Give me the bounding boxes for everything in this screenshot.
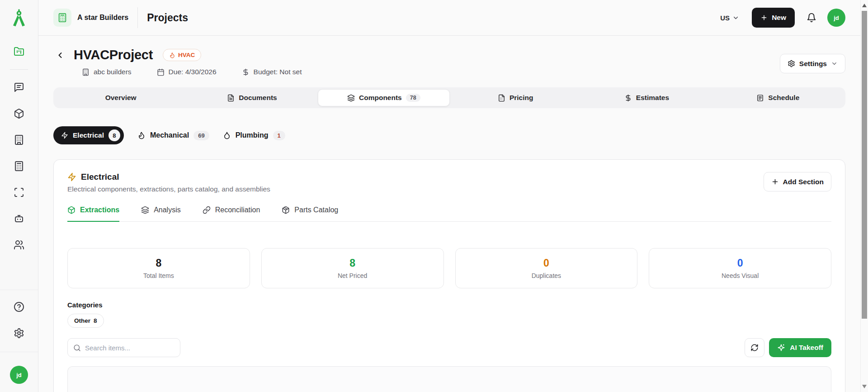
vertical-scrollbar[interactable]: [860, 0, 868, 392]
scrollbar-thumb[interactable]: [862, 11, 867, 319]
search-input[interactable]: [85, 344, 175, 352]
users-icon: [14, 239, 24, 250]
message-square-text-icon: [14, 82, 24, 93]
sidebar-item-settings[interactable]: [9, 324, 28, 343]
building-icon: [82, 68, 90, 76]
workspace-icon[interactable]: [53, 9, 71, 27]
company-label: abc builders: [94, 68, 132, 76]
stat-value: 8: [156, 257, 161, 269]
refresh-button[interactable]: [745, 338, 764, 357]
trade-tabs: Electrical 8 Mechanical 69 Plumbing 1: [53, 126, 845, 144]
electrical-section-card: Electrical Electrical components, extrac…: [53, 159, 845, 392]
topbar-divider: [137, 7, 138, 28]
stat-total-items: 8 Total Items: [67, 248, 250, 288]
tab-label: Estimates: [636, 94, 669, 102]
section-heading: Electrical Electrical components, extrac…: [67, 172, 270, 193]
receipt-icon: [498, 94, 505, 102]
stat-label: Net Priced: [338, 272, 367, 279]
workspace-name[interactable]: A star Builders: [77, 14, 128, 22]
stat-label: Total Items: [143, 272, 174, 279]
sidebar-item-company[interactable]: [9, 130, 28, 149]
sidebar-item-team[interactable]: [9, 235, 28, 254]
zap-icon: [61, 132, 68, 139]
notifications-button[interactable]: [807, 13, 816, 23]
back-button[interactable]: [53, 48, 67, 62]
project-budget: Budget: Not set: [242, 68, 302, 76]
trade-count-badge: 69: [193, 131, 209, 140]
trade-tab-electrical[interactable]: Electrical 8: [53, 126, 124, 144]
project-meta: abc builders Due: 4/30/2026 Budget: Not …: [82, 68, 845, 76]
topbar: A star Builders Projects US New jd: [38, 0, 860, 36]
stat-label: Needs Visual: [722, 272, 759, 279]
sidebar-item-projects[interactable]: [9, 42, 28, 61]
project-settings-button[interactable]: Settings: [780, 54, 845, 73]
sidebar-divider: [0, 290, 38, 290]
region-selector[interactable]: US: [720, 14, 739, 22]
droplet-icon: [223, 131, 231, 139]
category-pill-other[interactable]: Other 8: [67, 314, 104, 328]
trade-label: Plumbing: [236, 131, 269, 139]
sidebar-bottom: jd: [0, 290, 38, 392]
section-tabs: Extractions Analysis Reconciliation Part…: [67, 206, 831, 222]
ai-takeoff-label: AI Takeoff: [790, 344, 823, 352]
page-title: Projects: [147, 12, 188, 24]
search-icon: [73, 344, 81, 352]
link-icon: [203, 206, 211, 214]
help-circle-icon: [14, 301, 24, 312]
sidebar-item-help[interactable]: [9, 297, 28, 316]
plus-icon: [760, 14, 768, 21]
add-section-button[interactable]: Add Section: [764, 172, 831, 191]
tab-estimates[interactable]: Estimates: [581, 89, 712, 106]
drafting-compass-icon: [9, 8, 29, 28]
project-header: HVACProject HVAC abc builders Due: 4/30/…: [53, 48, 845, 76]
search-box: [67, 338, 180, 357]
tab-components[interactable]: Components 78: [318, 89, 450, 106]
sidebar-divider: [0, 352, 38, 352]
dollar-icon: [242, 68, 250, 76]
items-table: [67, 366, 831, 392]
trade-tab-mechanical[interactable]: Mechanical 69: [137, 131, 209, 140]
sidebar-item-chat[interactable]: [9, 78, 28, 97]
new-button-label: New: [772, 14, 786, 22]
calculator-icon: [14, 161, 24, 172]
stat-value: 8: [349, 257, 355, 269]
tab-reconciliation[interactable]: Reconciliation: [203, 206, 260, 222]
section-title: Electrical: [81, 172, 119, 182]
folder-kanban-icon: [14, 46, 24, 57]
calendar-icon: [157, 68, 165, 76]
sidebar-item-assistant[interactable]: [9, 209, 28, 228]
scrollbar-up-arrow[interactable]: [862, 4, 867, 7]
budget-label: Budget: Not set: [254, 68, 302, 76]
sidebar-item-components[interactable]: [9, 104, 28, 123]
file-text-icon: [227, 94, 235, 102]
layers-icon: [141, 206, 149, 214]
layers-icon: [347, 94, 355, 102]
user-avatar[interactable]: jd: [827, 9, 845, 27]
due-label: Due: 4/30/2026: [169, 68, 217, 76]
trade-tab-plumbing[interactable]: Plumbing 1: [223, 131, 285, 140]
stat-value: 0: [543, 257, 549, 269]
ai-takeoff-button[interactable]: AI Takeoff: [769, 338, 831, 357]
tab-extractions[interactable]: Extractions: [67, 206, 119, 222]
tab-label: Components: [359, 94, 402, 102]
tab-pricing[interactable]: Pricing: [450, 89, 581, 106]
tab-overview[interactable]: Overview: [55, 89, 186, 106]
sidebar-item-takeoff[interactable]: [9, 183, 28, 202]
main-content: HVACProject HVAC abc builders Due: 4/30/…: [38, 36, 860, 392]
sidebar-nav: [0, 36, 38, 262]
new-button[interactable]: New: [752, 8, 795, 28]
tab-analysis[interactable]: Analysis: [141, 206, 181, 222]
scrollbar-down-arrow[interactable]: [862, 385, 867, 388]
tab-parts-catalog[interactable]: Parts Catalog: [282, 206, 338, 222]
sidebar-avatar[interactable]: jd: [10, 366, 28, 384]
tab-label: Analysis: [154, 206, 181, 214]
package-icon: [282, 206, 290, 214]
toolbar-row: AI Takeoff: [67, 338, 831, 357]
sidebar-divider: [10, 69, 28, 70]
sparkles-icon: [777, 344, 785, 352]
sidebar-item-estimates[interactable]: [9, 157, 28, 176]
app-logo[interactable]: [0, 0, 38, 36]
tab-schedule[interactable]: Schedule: [712, 89, 844, 106]
project-company: abc builders: [82, 68, 132, 76]
tab-documents[interactable]: Documents: [186, 89, 317, 106]
